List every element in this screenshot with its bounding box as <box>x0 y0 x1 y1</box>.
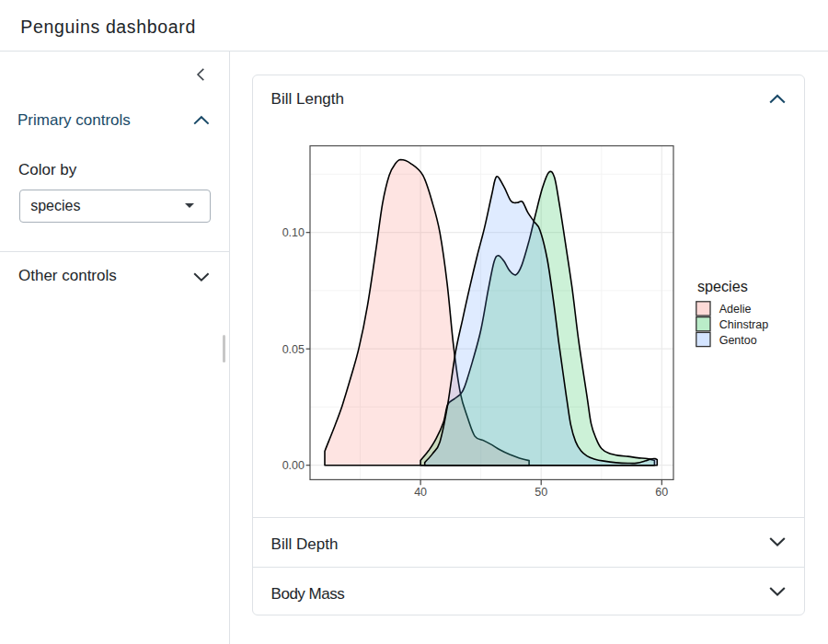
svg-text:0.10: 0.10 <box>282 226 304 239</box>
svg-text:species: species <box>696 277 747 293</box>
svg-text:50: 50 <box>535 486 547 499</box>
svg-text:0.00: 0.00 <box>282 459 304 472</box>
svg-text:60: 60 <box>655 486 668 499</box>
svg-text:40: 40 <box>414 486 427 499</box>
svg-text:0.05: 0.05 <box>282 342 304 355</box>
svg-text:Adelie: Adelie <box>719 303 751 316</box>
svg-text:Chinstrap: Chinstrap <box>719 318 768 331</box>
svg-text:Gentoo: Gentoo <box>719 334 756 347</box>
